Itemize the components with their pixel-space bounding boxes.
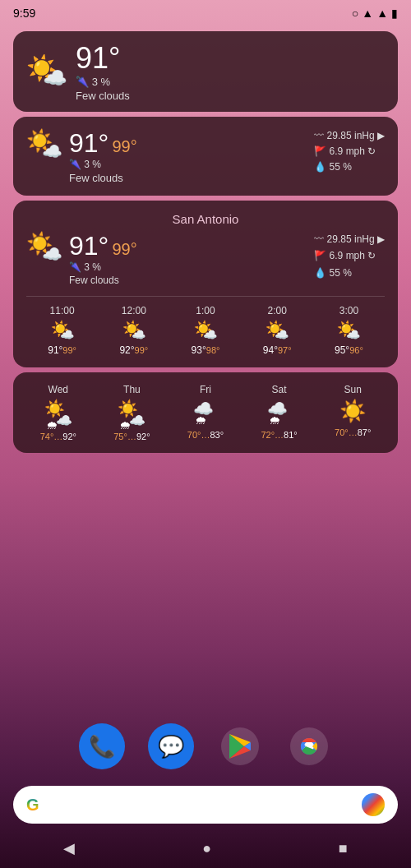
day-item: Sun ☀️ 70°…87° [316, 384, 390, 441]
hour-item: 2:00 ☀️ ☁️ 94°97° [242, 305, 313, 356]
status-icons: ○ ▲ ▲ ▮ [352, 7, 398, 20]
weather-widget-small[interactable]: ☀️ ☁️ 91° 🌂 3 % Few clouds [13, 31, 398, 112]
weather-details-medium: 〰 29.85 inHg ▶ 🚩 6.9 mph ↻ 💧 55 % [314, 128, 385, 176]
weather-widget-weekly[interactable]: Wed ☀️ ☁️ 🌧 74°…92° Thu ☀️ ☁️ 🌧 75°…92° … [13, 372, 398, 453]
home-button[interactable]: ● [202, 840, 211, 857]
circle-icon: ○ [352, 7, 358, 20]
condition-small: Few clouds [76, 90, 130, 102]
app-dock: 📞 💬 [0, 723, 411, 769]
status-bar: 9:59 ○ ▲ ▲ ▮ [0, 0, 411, 26]
weather-widget-medium[interactable]: ☀️ ☁️ 91° 99° 🌂 3 % Few clouds 〰 29.85 i… [13, 117, 398, 196]
weather-details-large: 〰 29.85 inHg ▶ 🚩 6.9 mph ↻ 💧 55 % [314, 231, 385, 281]
day-item: Sat ☁️ 🌧 72°…81° [242, 384, 316, 441]
battery-icon: ▮ [391, 7, 398, 20]
chrome-app[interactable] [286, 723, 332, 769]
day-item: Thu ☀️ ☁️ 🌧 75°…92° [95, 384, 169, 441]
navigation-bar: ◀ ● ■ [0, 829, 411, 868]
temp-hi-medium: 91° [69, 128, 109, 159]
day-item: Fri ☁️ 🌧 70°…83° [169, 384, 242, 441]
signal-icon: ▲ [376, 7, 388, 20]
google-g-icon: G [26, 796, 39, 815]
rain-medium: 🌂 3 % [69, 159, 137, 170]
recents-button[interactable]: ■ [339, 840, 348, 857]
weekly-forecast: Wed ☀️ ☁️ 🌧 74°…92° Thu ☀️ ☁️ 🌧 75°…92° … [21, 384, 390, 441]
play-store-app[interactable] [217, 723, 263, 769]
hourly-forecast: 11:00 ☀️ ☁️ 91°99° 12:00 ☀️ ☁️ 92°99° 1:… [26, 296, 385, 356]
day-item: Wed ☀️ ☁️ 🌧 74°…92° [21, 384, 95, 441]
wifi-icon: ▲ [362, 7, 373, 20]
condition-large: Few clouds [69, 275, 137, 286]
weather-icon-large: ☀️ ☁️ [26, 231, 62, 264]
hour-item: 1:00 ☀️ ☁️ 93°98° [169, 305, 241, 356]
weather-icon-small: ☀️ ☁️ [26, 53, 67, 90]
temp-lo-medium: 99° [112, 137, 136, 156]
temp-lo-large: 99° [112, 240, 136, 259]
weather-widget-large[interactable]: San Antonio ☀️ ☁️ 91° 99° 🌂 3 % Few clou… [13, 201, 398, 367]
rain-large: 🌂 3 % [69, 261, 137, 273]
hour-item: 11:00 ☀️ ☁️ 91°99° [26, 305, 98, 356]
rain-small: 🌂 3 % [76, 76, 130, 88]
weather-icon-medium: ☀️ ☁️ [26, 128, 62, 161]
hour-item: 3:00 ☀️ ☁️ 95°96° [313, 305, 385, 356]
temp-small: 91° [76, 41, 130, 76]
condition-medium: Few clouds [69, 172, 137, 184]
temp-hi-large: 91° [69, 231, 109, 261]
messages-app[interactable]: 💬 [148, 723, 194, 769]
google-assistant-icon[interactable] [362, 793, 385, 816]
back-button[interactable]: ◀ [63, 839, 75, 857]
google-search-bar[interactable]: G [13, 786, 398, 824]
phone-app[interactable]: 📞 [79, 723, 125, 769]
hour-item: 12:00 ☀️ ☁️ 92°99° [98, 305, 169, 356]
time: 9:59 [13, 7, 35, 20]
location-large: San Antonio [26, 212, 385, 226]
